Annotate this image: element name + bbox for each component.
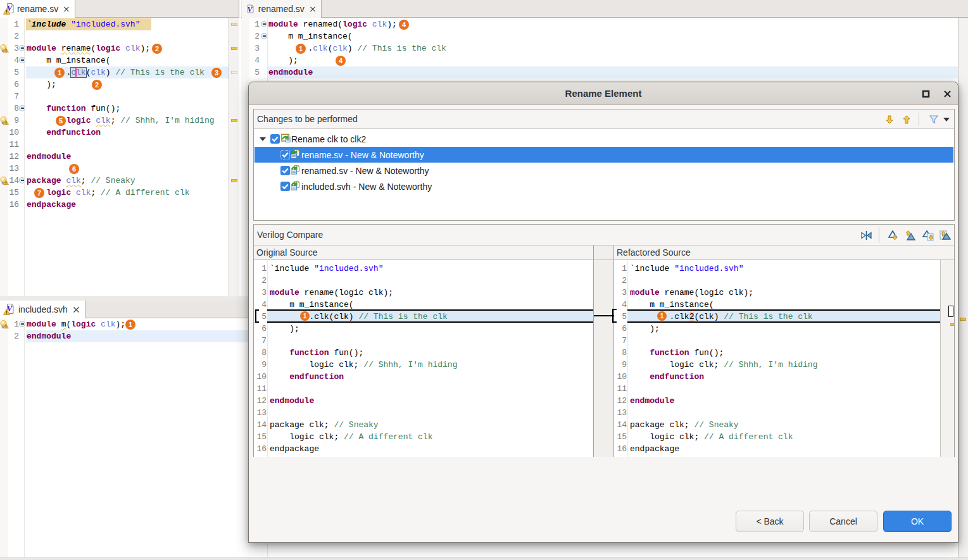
- svg-text:V: V: [247, 5, 253, 14]
